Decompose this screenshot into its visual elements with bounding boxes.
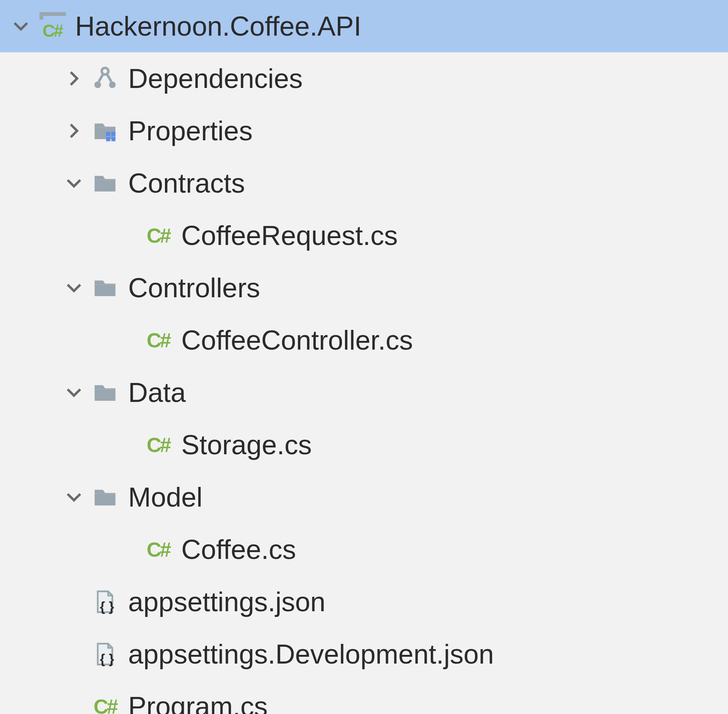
- tree-item-label: Contracts: [128, 168, 245, 199]
- tree-item-label: Program.cs: [128, 691, 268, 714]
- tree-item-label: CoffeeController.cs: [181, 325, 413, 356]
- svg-point-0: [102, 68, 108, 75]
- folder-icon: [93, 485, 118, 510]
- tree-item-label: Model: [128, 482, 202, 513]
- folder-icon: [93, 171, 118, 196]
- tree-item-file-appsettings-dev[interactable]: { } appsettings.Development.json: [0, 628, 728, 680]
- tree-item-label: Properties: [128, 115, 253, 146]
- svg-rect-4: [106, 132, 110, 136]
- tree-item-label: Coffee.cs: [181, 534, 296, 565]
- chevron-down-icon[interactable]: [64, 383, 83, 402]
- chevron-down-icon[interactable]: [11, 17, 30, 36]
- csharp-file-icon: C#: [146, 432, 171, 457]
- tree-item-properties[interactable]: Properties: [0, 105, 728, 157]
- json-file-icon: { }: [93, 642, 118, 667]
- csharp-file-icon: C#: [146, 328, 171, 353]
- svg-rect-5: [111, 132, 116, 136]
- tree-item-dependencies[interactable]: Dependencies: [0, 52, 728, 105]
- svg-rect-7: [111, 137, 116, 141]
- svg-text:{ }: { }: [100, 599, 114, 614]
- csharp-file-icon: C#: [93, 694, 118, 714]
- tree-item-folder-model[interactable]: Model: [0, 471, 728, 523]
- chevron-right-icon[interactable]: [64, 69, 83, 88]
- tree-item-label: CoffeeRequest.cs: [181, 220, 398, 251]
- json-file-icon: { }: [93, 589, 118, 614]
- svg-text:{ }: { }: [100, 651, 114, 667]
- tree-item-file-appsettings[interactable]: { } appsettings.json: [0, 576, 728, 628]
- tree-item-label: Dependencies: [128, 63, 303, 94]
- chevron-down-icon[interactable]: [64, 488, 83, 507]
- tree-item-file-storage[interactable]: C# Storage.cs: [0, 419, 728, 471]
- svg-rect-10: [95, 389, 116, 401]
- folder-icon: [93, 275, 118, 300]
- tree-item-label: Data: [128, 377, 186, 408]
- svg-point-2: [109, 82, 116, 88]
- tree-item-label: appsettings.Development.json: [128, 639, 494, 670]
- svg-point-1: [94, 82, 101, 88]
- csharp-project-icon: C#: [39, 14, 64, 39]
- tree-item-file-coffeecontroller[interactable]: C# CoffeeController.cs: [0, 314, 728, 366]
- tree-item-file-program[interactable]: C# Program.cs: [0, 680, 728, 714]
- svg-rect-8: [95, 180, 116, 191]
- properties-folder-icon: [93, 118, 118, 143]
- tree-item-label: Controllers: [128, 272, 260, 303]
- tree-item-folder-contracts[interactable]: Contracts: [0, 157, 728, 209]
- tree-item-label: Hackernoon.Coffee.API: [75, 11, 361, 42]
- svg-rect-6: [106, 137, 110, 141]
- tree-item-folder-data[interactable]: Data: [0, 366, 728, 419]
- tree-item-project-root[interactable]: C# Hackernoon.Coffee.API: [0, 0, 728, 52]
- svg-rect-11: [95, 494, 116, 505]
- folder-icon: [93, 380, 118, 405]
- tree-item-folder-controllers[interactable]: Controllers: [0, 262, 728, 314]
- chevron-down-icon[interactable]: [64, 278, 83, 297]
- dependencies-icon: [93, 66, 118, 91]
- solution-explorer-tree: C# Hackernoon.Coffee.API Dependencies: [0, 0, 728, 714]
- tree-item-label: appsettings.json: [128, 586, 325, 617]
- csharp-file-icon: C#: [146, 537, 171, 562]
- tree-item-label: Storage.cs: [181, 429, 312, 460]
- chevron-right-icon[interactable]: [64, 121, 83, 140]
- svg-rect-9: [95, 285, 116, 296]
- csharp-file-icon: C#: [146, 223, 171, 248]
- chevron-down-icon[interactable]: [64, 174, 83, 193]
- tree-item-file-coffee[interactable]: C# Coffee.cs: [0, 523, 728, 576]
- tree-item-file-coffeerequest[interactable]: C# CoffeeRequest.cs: [0, 209, 728, 262]
